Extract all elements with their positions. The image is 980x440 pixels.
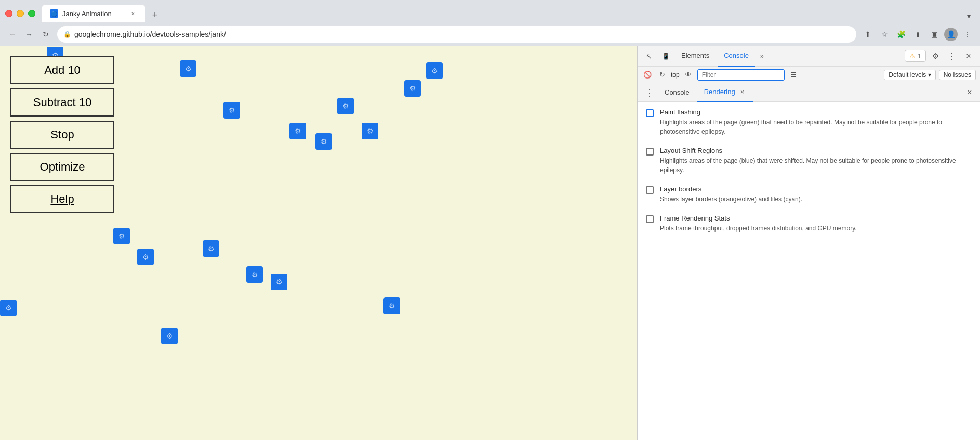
rendering-tab-close[interactable]: × <box>738 87 747 97</box>
minimize-window-button[interactable] <box>17 10 24 17</box>
rendering-tab[interactable]: Rendering × <box>697 83 754 102</box>
paint-flashing-option: Paint flashing Highlights areas of the p… <box>646 108 972 136</box>
console-toolbar: 🚫 ↻ top 👁 ☰ Default levels ▾ No Issues <box>638 67 980 83</box>
blue-square <box>271 274 287 290</box>
sidebar-button[interactable]: ▣ <box>927 27 942 42</box>
gear-icon: ⚙ <box>932 51 939 61</box>
url-text: googlechrome.github.io/devtools-samples/… <box>74 30 850 38</box>
devtools-close-button[interactable]: × <box>961 49 976 63</box>
devtools-toolbar: ↖ 📱 Elements Console » ⚠ 1 ⚙ ⋮ <box>638 46 980 67</box>
puzzle-icon: 🧩 <box>897 30 906 38</box>
chevron-down-icon[interactable]: ▾ <box>963 10 975 22</box>
blue-square <box>289 123 306 139</box>
no-issues-label: No Issues <box>944 71 971 79</box>
forward-button[interactable]: → <box>22 27 36 42</box>
share-icon: ⬆ <box>865 30 871 38</box>
bookmark-button[interactable]: ☆ <box>877 27 892 42</box>
clear-icon: 🚫 <box>643 71 652 79</box>
console-tab-label: Console <box>724 51 749 59</box>
tabs-area: 🔵 Janky Animation × + ▾ <box>42 5 975 22</box>
paint-flashing-title: Paint flashing <box>660 108 972 116</box>
blue-square <box>180 60 196 77</box>
inspect-element-button[interactable]: ↖ <box>642 49 656 63</box>
devtools-settings-button[interactable]: ⚙ <box>928 49 943 63</box>
blue-square <box>383 297 400 314</box>
devtools-more-button[interactable]: ⋮ <box>945 49 959 63</box>
panel-dots-button[interactable]: ⋮ <box>642 87 657 98</box>
blue-square <box>426 62 443 79</box>
device-toolbar-button[interactable]: 📱 <box>658 49 673 63</box>
layout-shift-content: Layout Shift Regions Highlights areas of… <box>660 147 972 175</box>
blue-square <box>337 98 354 114</box>
tab-favicon: 🔵 <box>50 9 58 18</box>
stop-button[interactable]: Stop <box>10 121 114 149</box>
frame-rendering-option: Frame Rendering Stats Plots frame throug… <box>646 214 972 233</box>
new-tab-button[interactable]: + <box>148 8 162 22</box>
cast-icon: ▮ <box>916 31 920 38</box>
add-10-label: Add 10 <box>44 63 81 76</box>
console-sidebar-button[interactable]: ☰ <box>788 69 799 81</box>
console-tab[interactable]: Console <box>718 46 755 67</box>
warning-icon: ⚠ <box>909 52 916 60</box>
subtract-10-button[interactable]: Subtract 10 <box>10 88 114 117</box>
share-button[interactable]: ⬆ <box>860 27 875 42</box>
traffic-lights <box>5 10 35 17</box>
more-menu-button[interactable]: ⋮ <box>960 27 975 42</box>
layer-borders-checkbox[interactable] <box>646 186 654 194</box>
layer-borders-description: Shows layer borders (orange/olive) and t… <box>660 195 972 204</box>
main-area: Add 10 Subtract 10 Stop Optimize Help ↖ … <box>0 46 980 440</box>
blue-square <box>0 300 17 316</box>
more-tabs-button[interactable]: » <box>757 50 767 62</box>
cast-extension-button[interactable]: ▮ <box>910 27 925 42</box>
tab-close-button[interactable]: × <box>129 9 137 18</box>
console-filter-input[interactable] <box>697 69 785 81</box>
page-buttons: Add 10 Subtract 10 Stop Optimize Help <box>0 46 125 228</box>
lock-icon: 🔒 <box>63 31 71 38</box>
rendering-panel-close-button[interactable]: × <box>963 86 976 99</box>
layout-shift-checkbox[interactable] <box>646 148 654 156</box>
layout-shift-description: Highlights areas of the page (blue) that… <box>660 156 972 175</box>
active-tab[interactable]: 🔵 Janky Animation × <box>42 5 145 22</box>
rendering-tab-label: Rendering <box>704 88 735 96</box>
address-bar[interactable]: 🔒 googlechrome.github.io/devtools-sample… <box>57 26 856 43</box>
profile-avatar: 👤 <box>944 28 958 41</box>
blue-square <box>404 80 421 97</box>
layout-shift-option: Layout Shift Regions Highlights areas of… <box>646 147 972 175</box>
console-context-select[interactable]: top <box>671 71 680 79</box>
profile-button[interactable]: 👤 <box>944 27 958 42</box>
frame-rendering-checkbox[interactable] <box>646 215 654 223</box>
add-10-button[interactable]: Add 10 <box>10 56 114 84</box>
eye-icon: 👁 <box>685 71 692 79</box>
stop-label: Stop <box>50 128 74 141</box>
back-button[interactable]: ← <box>5 27 20 42</box>
close-window-button[interactable] <box>5 10 12 17</box>
frame-rendering-content: Frame Rendering Stats Plots frame throug… <box>660 214 972 233</box>
paint-flashing-checkbox[interactable] <box>646 109 654 117</box>
elements-tab[interactable]: Elements <box>675 46 716 67</box>
log-levels-button[interactable]: Default levels ▾ <box>884 70 935 80</box>
help-label: Help <box>50 192 74 205</box>
browser-chrome: 🔵 Janky Animation × + ▾ ← → ↻ 🔒 googlech… <box>0 0 980 46</box>
devtools-panel: ↖ 📱 Elements Console » ⚠ 1 ⚙ ⋮ <box>637 46 980 440</box>
sidebar-icon: ▣ <box>931 30 938 38</box>
refresh-button[interactable]: ↻ <box>38 27 53 42</box>
page-content: Add 10 Subtract 10 Stop Optimize Help <box>0 46 637 440</box>
rendering-console-tab[interactable]: Console <box>657 83 697 102</box>
warning-badge[interactable]: ⚠ 1 <box>905 50 926 62</box>
cursor-icon: ↖ <box>646 52 652 60</box>
frame-rendering-title: Frame Rendering Stats <box>660 214 972 222</box>
clear-console-button[interactable]: 🚫 <box>642 69 653 81</box>
no-issues-button[interactable]: No Issues <box>939 70 976 80</box>
device-icon: 📱 <box>662 53 670 60</box>
maximize-window-button[interactable] <box>28 10 35 17</box>
blue-square <box>223 102 240 119</box>
more-icon: ⋮ <box>964 30 971 38</box>
extensions-button[interactable]: 🧩 <box>894 27 908 42</box>
refresh-console-button[interactable]: ↻ <box>656 69 668 81</box>
blue-square <box>161 328 178 344</box>
help-button[interactable]: Help <box>10 185 114 213</box>
close-icon: × <box>966 51 971 61</box>
optimize-button[interactable]: Optimize <box>10 153 114 181</box>
navigation-bar: ← → ↻ 🔒 googlechrome.github.io/devtools-… <box>0 23 980 46</box>
console-eye-button[interactable]: 👁 <box>683 69 694 81</box>
